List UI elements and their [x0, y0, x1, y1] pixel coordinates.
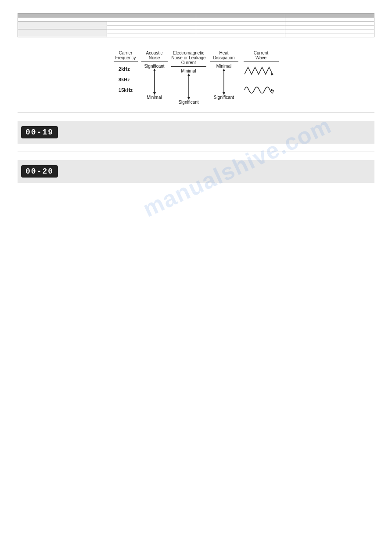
acoustic-arrow: [151, 69, 158, 95]
heat-arrow: [221, 69, 227, 95]
table-cell: [196, 18, 285, 22]
divider-2: [18, 152, 374, 152]
table-sub-row: [107, 25, 196, 29]
acoustic-minimal: Minimal: [147, 95, 162, 100]
svg-marker-7: [223, 69, 225, 71]
wave-2khz: [244, 65, 274, 78]
table-header-col0: [18, 14, 196, 18]
em-minimal: Minimal: [181, 69, 196, 73]
data-table: [18, 13, 374, 37]
table-sub-row: [107, 33, 196, 37]
wave-15khz: [244, 82, 274, 94]
param-19-section: 00-19: [18, 121, 374, 144]
freq-2khz: 2kHz: [119, 66, 133, 72]
table-sub-row: [107, 22, 196, 25]
table-row-group2: [18, 29, 107, 37]
divider-1: [18, 112, 374, 113]
param-20-badge: 00-20: [21, 165, 58, 178]
table-header-col1: [196, 14, 285, 18]
frequency-labels: 2kHz 8kHz 15kHz: [119, 66, 133, 93]
heat-significant: Significant: [214, 95, 234, 100]
table-cell: [196, 25, 285, 29]
acoustic-significant: Significant: [144, 64, 164, 69]
table-cell: [285, 33, 374, 37]
freq-8khz: 8kHz: [119, 77, 133, 82]
table-row: [18, 18, 196, 22]
table-cell: [285, 18, 374, 22]
table-header-col2: [285, 14, 374, 18]
em-noise-header: ElectromagneticNoise or LeakageCurrent: [171, 51, 206, 67]
carrier-frequency-diagram: CarrierFrequency 2kHz 8kHz 15kHz Acousti…: [18, 51, 374, 105]
em-arrow: [186, 73, 192, 100]
table-cell: [196, 33, 285, 37]
carrier-freq-header: CarrierFrequency: [114, 51, 138, 62]
param-19-header-bar: 00-19: [18, 121, 374, 144]
svg-marker-1: [153, 69, 156, 71]
current-wave-header: CurrentWave: [244, 51, 279, 62]
em-significant: Significant: [178, 100, 198, 105]
divider-3: [18, 191, 374, 191]
table-cell: [285, 22, 374, 25]
table-cell: [196, 29, 285, 33]
param-20-section: 00-20: [18, 160, 374, 183]
svg-marker-4: [187, 73, 190, 76]
param-20-header-bar: 00-20: [18, 160, 374, 183]
param-19-badge: 00-19: [21, 126, 58, 138]
table-cell: [285, 29, 374, 33]
table-row-group1: [18, 22, 107, 29]
table-sub-row: [107, 29, 196, 33]
table-cell: [285, 25, 374, 29]
freq-15khz: 15kHz: [119, 87, 133, 93]
heat-dissipation-header: HeatDissipation: [210, 51, 238, 62]
table-cell: [196, 22, 285, 25]
heat-minimal-top: Minimal: [216, 64, 231, 69]
acoustic-noise-header: AcousticNoise: [141, 51, 168, 62]
